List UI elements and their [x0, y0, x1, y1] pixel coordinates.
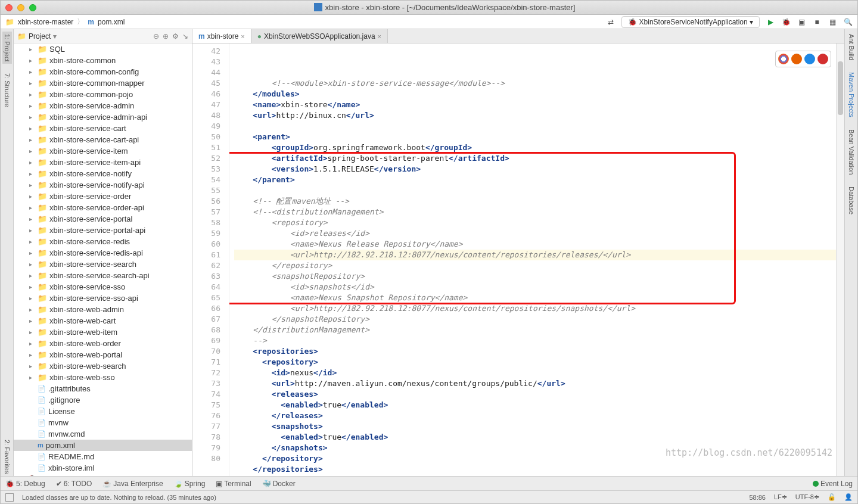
code-line[interactable]: <!-- 配置maven地址 -->: [234, 196, 844, 207]
breadcrumb-root[interactable]: xbin-store-master: [18, 18, 73, 26]
code-line[interactable]: </repository>: [234, 260, 844, 271]
tree-item[interactable]: ▸📁xbin-store-service-cart-api: [14, 134, 192, 145]
tool-debug[interactable]: 🐞5: Debug: [5, 480, 45, 488]
tree-item[interactable]: ▸📁xbin-store-service-order: [14, 191, 192, 202]
stop-icon[interactable]: ■: [812, 17, 822, 27]
coverage-icon[interactable]: ▣: [797, 17, 806, 27]
tree-item[interactable]: ▸📁xbin-store-service-sso: [14, 281, 192, 293]
tab-pom-xml[interactable]: m xbin-store ×: [192, 29, 251, 43]
code-line[interactable]: <name>xbin-store</name>: [234, 99, 844, 110]
tool-favorites[interactable]: 2: Favorites: [2, 437, 12, 476]
tree-item[interactable]: ▸📁xbin-store-web-cart: [14, 315, 192, 326]
tab-sso-app[interactable]: ● XbinStoreWebSSOApplication.java ×: [251, 29, 388, 43]
tree-item[interactable]: mpom.xml: [14, 440, 192, 451]
code-line[interactable]: <parent>: [234, 132, 844, 142]
debug-icon[interactable]: 🐞: [781, 17, 791, 27]
tool-docker[interactable]: 🐳Docker: [262, 480, 296, 488]
tool-bean-validation[interactable]: Bean Validation: [847, 127, 856, 177]
code-line[interactable]: <name>Nexus Release Repository</name>: [234, 239, 844, 250]
tree-item[interactable]: ▸📁xbin-store-web-search: [14, 360, 192, 372]
settings-icon[interactable]: ⚙: [172, 32, 179, 41]
tree-item[interactable]: ▸📁xbin-store-service-admin-api: [14, 111, 192, 123]
code-line[interactable]: <snapshots>: [234, 421, 844, 432]
code-line[interactable]: <!--<module>xbin-store-service-message</…: [234, 78, 844, 89]
tool-database[interactable]: Database: [847, 184, 856, 217]
tree-item[interactable]: ▸📁xbin-store-service-search: [14, 259, 192, 270]
tool-spring[interactable]: 🍃Spring: [174, 480, 206, 488]
file-encoding[interactable]: UTF-8≑: [795, 493, 819, 501]
tree-item[interactable]: ▸📁xbin-store-service-cart: [14, 123, 192, 134]
tree-item[interactable]: ▸📁SQL: [14, 43, 192, 55]
code-line[interactable]: </repository>: [234, 453, 844, 464]
collapse-icon[interactable]: ⊖: [153, 32, 159, 41]
chrome-icon[interactable]: [778, 54, 789, 64]
tree-item[interactable]: ▸📁xbin-store-web-order: [14, 338, 192, 349]
minimize-icon[interactable]: [17, 4, 24, 11]
safari-icon[interactable]: [804, 54, 815, 64]
tree-item[interactable]: ▸📁xbin-store-service-notify-api: [14, 179, 192, 191]
code-line[interactable]: </parent>: [234, 175, 844, 185]
tree-item[interactable]: ▸📁xbin-store-service-notify: [14, 168, 192, 179]
tree-item[interactable]: 📄.gitattributes: [14, 383, 192, 394]
search-icon[interactable]: 🔍: [843, 17, 853, 27]
code-line[interactable]: <artifactId>spring-boot-starter-parent</…: [234, 153, 844, 164]
tree-item[interactable]: ▸📁xbin-store-service-sso-api: [14, 293, 192, 304]
tool-java-ee[interactable]: ☕Java Enterprise: [102, 480, 163, 488]
code-line[interactable]: </modules>: [234, 89, 844, 99]
code-line[interactable]: <version>1.5.1.RELEASE</version>: [234, 164, 844, 175]
tree-item[interactable]: ▸📁xbin-store-service-item-api: [14, 157, 192, 168]
code-line[interactable]: <id>releases</id>: [234, 228, 844, 239]
close-icon[interactable]: ×: [378, 33, 381, 40]
tree-item[interactable]: 📄mvnw.cmd: [14, 428, 192, 440]
tree-item[interactable]: ▸📁xbin-store-service-admin: [14, 100, 192, 111]
code-line[interactable]: <!--<distributionManagement>: [234, 207, 844, 217]
code-line[interactable]: </repositories>: [234, 464, 844, 475]
tree-item[interactable]: 📄mvnw: [14, 417, 192, 428]
code-line[interactable]: <id>snapshots</id>: [234, 282, 844, 293]
tool-maven[interactable]: Maven Projects: [847, 70, 856, 120]
code-line[interactable]: [234, 185, 844, 196]
code-line[interactable]: <repository>: [234, 217, 844, 228]
vertical-scrollbar[interactable]: [836, 43, 844, 476]
code-line[interactable]: <repositories>: [234, 346, 844, 357]
tree-item[interactable]: 📄.gitignore: [14, 394, 192, 406]
tool-ant-build[interactable]: Ant Build: [847, 32, 856, 63]
project-tree[interactable]: ▸📁SQL▸📁xbin-store-common▸📁xbin-store-com…: [14, 43, 192, 476]
tool-structure[interactable]: 7: Structure: [2, 71, 12, 110]
tree-item[interactable]: ▸📁xbin-store-service-item: [14, 145, 192, 157]
close-icon[interactable]: ×: [241, 33, 244, 40]
code-line[interactable]: <url>http://maven.aliyun.com/nexus/conte…: [234, 378, 844, 389]
close-icon[interactable]: [5, 4, 13, 11]
code-line[interactable]: <snapshotRepository>: [234, 271, 844, 282]
tree-item[interactable]: 📄xbin-store.iml: [14, 462, 192, 474]
tree-item[interactable]: ▸📁xbin-store-common-pojo: [14, 89, 192, 100]
tree-item[interactable]: ▸📁xbin-store-common: [14, 55, 192, 66]
tree-item[interactable]: ▸📁xbin-store-web-admin: [14, 304, 192, 315]
tree-item[interactable]: ▸📁xbin-store-service-redis: [14, 236, 192, 247]
hide-icon[interactable]: ↘: [182, 32, 188, 41]
tree-item[interactable]: ▸📁xbin-store-web-sso: [14, 372, 192, 383]
lock-icon[interactable]: 🔓: [828, 493, 836, 501]
tool-terminal[interactable]: ▣Terminal: [216, 480, 251, 488]
code-content[interactable]: <!--<module>xbin-store-service-message</…: [229, 43, 844, 476]
sync-icon[interactable]: ⇄: [606, 17, 615, 27]
code-line[interactable]: <enabled>true</enabled>: [234, 432, 844, 443]
line-ending[interactable]: LF≑: [774, 493, 787, 501]
code-line[interactable]: <name>Nexus Snapshot Repository</name>: [234, 293, 844, 303]
code-line[interactable]: <id>nexus</id>: [234, 368, 844, 378]
select-opened-icon[interactable]: ⊕: [163, 32, 169, 41]
maximize-icon[interactable]: [29, 4, 36, 11]
tree-item[interactable]: ▸📁xbin-store-service-order-api: [14, 202, 192, 213]
code-line[interactable]: <url>http://182.92.218.12:8077/nexus/con…: [234, 250, 844, 260]
tool-window-toggle-icon[interactable]: [5, 493, 14, 502]
tree-item[interactable]: ▸📁xbin-store-service-portal-api: [14, 225, 192, 236]
tree-item[interactable]: ▸📁xbin-store-service-portal: [14, 213, 192, 225]
firefox-icon[interactable]: [791, 54, 802, 64]
code-line[interactable]: -->: [234, 335, 844, 346]
code-line[interactable]: <url>http://182.92.218.12:8077/nexus/con…: [234, 303, 844, 314]
opera-icon[interactable]: [817, 54, 828, 64]
tree-item[interactable]: ▸📁xbin-store-web-portal: [14, 349, 192, 360]
event-log[interactable]: Event Log: [813, 480, 853, 488]
tree-item[interactable]: ▸📁xbin-store-service-redis-api: [14, 247, 192, 259]
code-line[interactable]: <url>http://binux.cn</url>: [234, 110, 844, 121]
